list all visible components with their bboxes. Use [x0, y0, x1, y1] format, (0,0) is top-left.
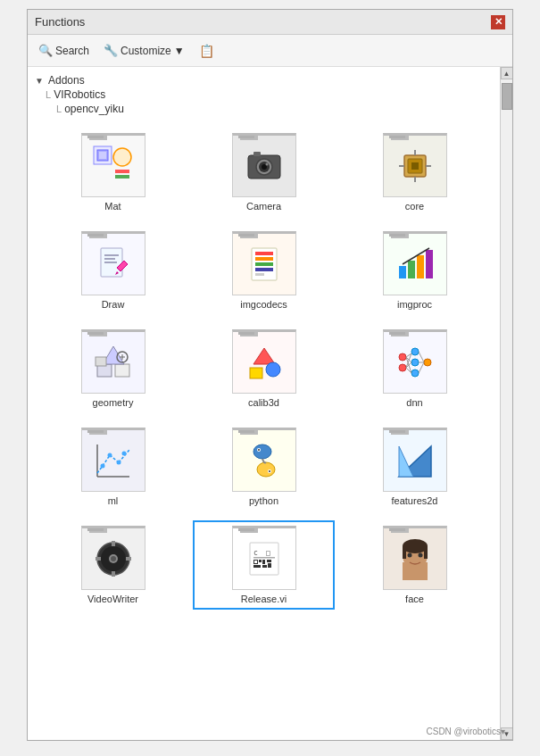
search-label: Search: [55, 45, 89, 57]
icon-box-calib3d: [232, 329, 296, 394]
icon-label-mat: Mat: [104, 201, 120, 212]
svg-rect-86: [253, 557, 275, 559]
icon-item-calib3d[interactable]: calib3d: [193, 324, 335, 413]
tree-row-addons[interactable]: ▼ Addons: [28, 73, 500, 87]
icon-item-releasevi[interactable]: c □: [193, 520, 335, 610]
svg-rect-4: [115, 170, 129, 173]
icon-item-face[interactable]: face: [344, 520, 486, 610]
svg-point-69: [257, 462, 275, 477]
window-title: Functions: [35, 15, 85, 29]
svg-rect-24: [255, 252, 273, 255]
icons-grid: Mat Camera: [28, 117, 500, 620]
camera-svg: [241, 143, 287, 189]
tree-panel: ▼ Addons L VIRobotics L opencv_yiku: [28, 67, 500, 740]
icon-label-imgproc: imgproc: [397, 299, 432, 310]
svg-rect-34: [115, 364, 129, 377]
close-button[interactable]: ✕: [491, 15, 505, 29]
svg-point-67: [121, 452, 126, 456]
svg-line-57: [419, 362, 424, 373]
wrench-icon: 🔧: [104, 44, 118, 57]
icon-box-imgproc: [383, 231, 447, 295]
icon-box-python: [232, 428, 296, 492]
icon-item-videowriter[interactable]: VideoWriter: [42, 520, 184, 610]
icon-item-python[interactable]: python: [193, 422, 335, 511]
calib3d-svg: [241, 339, 287, 386]
icon-box-geometry: [81, 329, 145, 394]
icon-item-geometry[interactable]: geometry: [42, 324, 184, 413]
icon-item-ml[interactable]: ml: [42, 422, 184, 511]
icon-item-dnn[interactable]: dnn: [344, 324, 486, 413]
features2d-svg: [392, 437, 438, 484]
icon-box-imgcodecs: [232, 231, 296, 295]
draw-svg: [90, 241, 137, 287]
svg-rect-2: [99, 152, 106, 159]
svg-point-72: [258, 449, 260, 451]
search-icon: 🔍: [38, 44, 53, 57]
svg-rect-5: [115, 175, 129, 179]
icon-label-videowriter: VideoWriter: [87, 594, 138, 604]
vertical-scrollbar[interactable]: ▲ ▼: [500, 67, 512, 740]
icon-label-dnn: dnn: [406, 397, 422, 408]
icon-item-camera[interactable]: Camera: [193, 128, 335, 217]
tree-arrow-addons: ▼: [35, 76, 46, 86]
svg-line-55: [419, 352, 424, 362]
svg-point-46: [411, 359, 419, 366]
search-button[interactable]: 🔍 Search: [35, 42, 93, 59]
customize-button[interactable]: 🔧 Customize ▼: [100, 42, 188, 59]
tree-virobotics-indent: L VIRobotics L opencv_yiku: [38, 87, 500, 116]
releasevi-svg: c □: [241, 536, 287, 582]
scroll-up-arrow[interactable]: ▲: [501, 67, 513, 79]
icon-box-releasevi: c □: [232, 526, 296, 590]
videowriter-svg: [90, 536, 137, 582]
icon-item-imgproc[interactable]: imgproc: [344, 226, 486, 315]
icon-box-ml: [81, 428, 145, 492]
svg-point-48: [424, 359, 431, 366]
tree-row-virobotics[interactable]: L VIRobotics: [38, 87, 500, 102]
svg-point-98: [403, 539, 428, 553]
svg-point-47: [411, 370, 419, 377]
geometry-svg: [90, 339, 137, 386]
icon-box-dnn: [383, 329, 447, 394]
icon-item-draw[interactable]: Draw: [42, 226, 184, 315]
svg-rect-83: [126, 557, 131, 561]
icon-box-mat: [81, 133, 145, 197]
icon-item-mat[interactable]: Mat: [42, 128, 184, 217]
scroll-thumb[interactable]: [502, 83, 512, 110]
svg-rect-97: [403, 562, 428, 580]
svg-point-102: [418, 553, 422, 558]
svg-point-79: [111, 556, 116, 561]
svg-rect-81: [112, 571, 115, 577]
pin-button[interactable]: 📋: [195, 42, 218, 60]
svg-rect-26: [255, 262, 273, 266]
content-area: ▼ Addons L VIRobotics L opencv_yiku: [28, 67, 512, 740]
icon-item-core[interactable]: core: [344, 128, 486, 217]
svg-rect-27: [255, 268, 273, 271]
svg-point-41: [266, 362, 280, 377]
icon-label-draw: Draw: [102, 299, 125, 310]
svg-rect-30: [408, 261, 415, 278]
icon-item-imgcodecs[interactable]: imgcodecs: [193, 226, 335, 315]
svg-rect-31: [417, 255, 424, 278]
icon-box-core: [383, 133, 447, 197]
svg-rect-93: [262, 565, 267, 568]
svg-rect-42: [250, 368, 262, 378]
icon-item-features2d[interactable]: features2d: [344, 422, 486, 511]
icon-label-geometry: geometry: [93, 397, 134, 408]
scroll-track[interactable]: [501, 79, 512, 727]
icon-label-camera: Camera: [246, 201, 281, 212]
tree-addons: ▼ Addons L VIRobotics L opencv_yiku: [28, 72, 500, 117]
ml-svg: [90, 437, 137, 484]
tree-row-opencv[interactable]: L opencv_yiku: [49, 102, 500, 116]
svg-marker-40: [253, 348, 275, 364]
imgproc-svg: [392, 241, 438, 287]
svg-point-3: [113, 148, 131, 166]
svg-rect-88: [259, 560, 262, 562]
mat-svg: [90, 143, 137, 189]
tree-label-opencv: opencv_yiku: [64, 103, 124, 115]
tree-label-addons: Addons: [48, 74, 85, 87]
toolbar: 🔍 Search 🔧 Customize ▼ 📋: [28, 35, 512, 67]
svg-point-68: [253, 444, 271, 459]
svg-point-45: [411, 348, 419, 355]
svg-point-101: [407, 553, 411, 558]
svg-rect-89: [262, 560, 265, 564]
